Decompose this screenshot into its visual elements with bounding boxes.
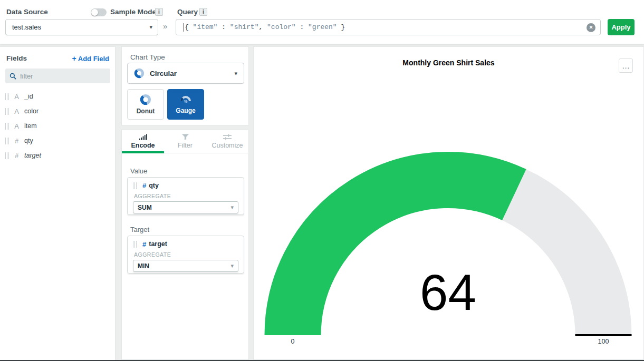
subtype-gauge-button[interactable]: % Gauge [167,89,204,120]
donut-chart-icon [134,68,145,79]
chevrons-separator: » [163,22,167,31]
chart-type-value: Circular [150,70,234,77]
gauge-value-text: 64 [420,264,476,320]
gauge-min-label: 0 [291,338,295,345]
chart-subtype-row: Donut % Gauge [127,89,204,120]
drag-handle-icon[interactable] [5,152,9,159]
field-row-qty[interactable]: #qty [0,133,116,148]
chart-preview-panel: Monthly Green Shirt Sales … 010064 [253,46,644,360]
target-section-label: Target [130,226,149,233]
query-text: { "item" : "shirt", "color" : "green" } [185,23,345,31]
tab-bar: Encode Filter Customize [122,130,248,153]
add-field-button[interactable]: +Add Field [72,54,109,63]
field-list: A_idAcolorAitem#qty#target [0,89,116,163]
field-name: item [24,122,37,130]
tab-customize[interactable]: Customize [206,130,248,153]
sliders-icon [223,134,232,140]
gauge-chart: 010064 [254,47,644,360]
apply-button[interactable]: Apply [608,19,635,35]
encode-panel: Encode Filter Customize Value # qty AGGR… [121,130,249,360]
chevron-down-icon: ▾ [230,262,234,269]
search-icon [9,73,16,80]
data-source-value: test.sales [12,23,149,31]
svg-text:%: % [184,100,187,103]
drag-handle-icon[interactable] [133,241,137,248]
data-source-select[interactable]: test.sales ▾ [5,19,158,35]
field-row-_id[interactable]: A_id [0,89,116,104]
sample-mode-toggle[interactable] [91,8,107,16]
value-field-card: # qty AGGREGATE SUM ▾ [127,177,244,215]
field-name: qty [24,137,33,144]
tab-encode-label: Encode [131,142,155,149]
number-type-icon: # [12,152,21,160]
bar-chart-icon [139,134,147,140]
target-field[interactable]: # target [133,240,238,248]
chevron-down-icon: ▾ [234,70,237,77]
tab-filter[interactable]: Filter [164,130,206,153]
target-aggregate-value: MIN [138,262,230,270]
toggle-knob [91,9,98,16]
target-field-card: # target AGGREGATE MIN ▾ [127,236,244,274]
text-cursor [184,23,184,32]
query-input[interactable]: { "item" : "shirt", "color" : "green" } … [176,19,601,35]
data-source-label: Data Source [6,8,48,16]
string-type-icon: A [12,122,21,130]
sample-mode-info-icon[interactable]: i [155,8,163,16]
field-name: _id [24,93,33,100]
clear-query-icon[interactable]: ✕ [587,23,595,32]
number-type-icon: # [142,182,146,190]
number-type-icon: # [142,240,146,248]
gauge-max-label: 100 [598,338,609,345]
subtype-donut-label: Donut [137,108,155,115]
drag-handle-icon[interactable] [5,138,9,144]
number-type-icon: # [12,137,21,145]
donut-chart-icon [140,94,151,105]
chart-type-label: Chart Type [130,53,165,61]
field-filter-input[interactable] [20,72,99,80]
subtype-donut-button[interactable]: Donut [127,89,164,120]
value-aggregate-select[interactable]: SUM ▾ [133,201,238,213]
target-field-name: target [149,240,167,248]
field-row-color[interactable]: Acolor [0,104,116,119]
value-aggregate-value: SUM [138,204,230,211]
plus-icon: + [72,54,76,63]
tab-filter-label: Filter [178,142,193,149]
drag-handle-icon[interactable] [133,182,137,189]
target-aggregate-select[interactable]: MIN ▾ [133,260,238,272]
sample-mode-label: Sample Mode [110,8,156,16]
value-field[interactable]: # qty [133,181,238,190]
fields-title: Fields [6,54,27,62]
field-row-item[interactable]: Aitem [0,119,116,133]
tab-customize-label: Customize [212,142,243,149]
query-label: Query [177,8,198,16]
gauge-value-arc [293,180,514,336]
query-bar: Data Source Sample Mode i Query i test.s… [0,0,644,44]
aggregate-label: AGGREGATE [134,251,238,258]
gauge-chart-icon: % [179,94,192,105]
fields-sidebar: Fields +Add Field A_idAcolorAitem#qty#ta… [0,46,116,360]
chevron-down-icon: ▾ [149,24,152,31]
content-area: Fields +Add Field A_idAcolorAitem#qty#ta… [0,44,644,360]
field-name: color [24,108,39,115]
chart-type-select[interactable]: Circular ▾ [127,63,244,84]
subtype-gauge-label: Gauge [176,107,195,114]
drag-handle-icon[interactable] [5,93,9,100]
tab-encode[interactable]: Encode [122,130,164,153]
funnel-icon [182,134,189,140]
field-filter-box [5,69,110,83]
field-row-target[interactable]: #target [0,148,116,163]
chevron-down-icon: ▾ [230,204,234,211]
query-info-icon[interactable]: i [199,8,207,16]
field-name: target [24,152,41,159]
chart-type-card: Chart Type Circular ▾ Donut % Gauge [121,46,249,125]
string-type-icon: A [12,108,21,115]
value-section-label: Value [130,167,147,175]
string-type-icon: A [12,93,21,101]
value-field-name: qty [149,182,159,189]
aggregate-label: AGGREGATE [134,193,238,199]
drag-handle-icon[interactable] [5,123,9,130]
drag-handle-icon[interactable] [5,108,9,115]
add-field-label: Add Field [78,55,109,63]
